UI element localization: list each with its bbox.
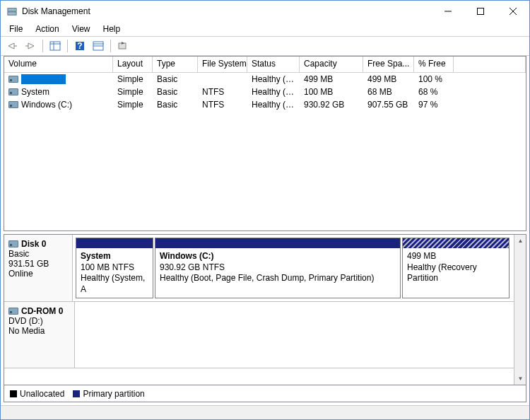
legend-primary-label: Primary partition	[83, 389, 144, 399]
col-status[interactable]: Status	[247, 57, 300, 73]
partition[interactable]: 499 MBHealthy (Recovery Partition	[402, 238, 510, 298]
disk-info[interactable]: Disk 0Basic931.51 GBOnline	[4, 235, 73, 301]
back-button[interactable]	[4, 38, 20, 54]
cell-pct: 97 %	[414, 100, 454, 110]
svg-text:?: ?	[77, 41, 82, 51]
window-controls	[432, 1, 529, 22]
close-button[interactable]	[497, 1, 529, 22]
partition-header	[155, 238, 400, 248]
menubar: File Action View Help	[1, 22, 529, 36]
scroll-down-icon[interactable]: ▼	[514, 373, 526, 385]
col-filesystem[interactable]: File System	[198, 57, 247, 73]
cell-capacity: 930.92 GB	[300, 100, 363, 110]
col-free-space[interactable]: Free Spa...	[363, 57, 414, 73]
titlebar: Disk Management	[1, 1, 529, 22]
volume-name	[21, 74, 66, 84]
cell-pct: 100 %	[414, 74, 454, 84]
volume-list: Volume Layout Type File System Status Ca…	[4, 56, 526, 231]
col-type[interactable]: Type	[153, 57, 198, 73]
toolbar: ?	[1, 36, 529, 56]
svg-rect-5	[478, 8, 484, 15]
partition-body: Windows (C:)930.92 GB NTFSHealthy (Boot,…	[155, 248, 400, 287]
legend-primary: Primary partition	[73, 389, 144, 399]
drive-icon	[8, 88, 18, 95]
cell-free: 499 MB	[363, 74, 414, 84]
partition-body: System100 MB NTFSHealthy (System, A	[76, 248, 153, 298]
table-row[interactable]: Windows (C:)SimpleBasicNTFSHealthy (B...…	[4, 98, 526, 111]
disk-rows: Disk 0Basic931.51 GBOnlineSystem100 MB N…	[4, 235, 514, 385]
partition-body: 499 MBHealthy (Recovery Partition	[403, 248, 509, 287]
settings-button[interactable]	[90, 38, 107, 54]
help-button[interactable]: ?	[71, 38, 88, 54]
show-hide-tree-button[interactable]	[47, 38, 64, 54]
col-percent-free[interactable]: % Free	[414, 57, 454, 73]
cell-layout: Simple	[113, 74, 153, 84]
minimize-button[interactable]	[432, 1, 464, 22]
svg-point-3	[14, 13, 15, 13]
legend-unallocated-label: Unallocated	[20, 389, 64, 399]
menu-file[interactable]: File	[4, 23, 28, 35]
menu-view[interactable]: View	[66, 23, 96, 35]
svg-rect-1	[8, 12, 16, 15]
partition-header	[76, 238, 153, 248]
disk-icon	[8, 240, 18, 247]
scroll-up-icon[interactable]: ▲	[514, 235, 526, 247]
maximize-button[interactable]	[464, 1, 497, 22]
cell-status: Healthy (S...	[247, 87, 300, 97]
graphical-view: Disk 0Basic931.51 GBOnlineSystem100 MB N…	[4, 234, 526, 385]
column-headers: Volume Layout Type File System Status Ca…	[4, 57, 526, 73]
svg-rect-10	[50, 42, 60, 50]
content-area: Volume Layout Type File System Status Ca…	[1, 56, 529, 405]
table-row[interactable]: SimpleBasicHealthy (R...499 MB499 MB100 …	[4, 73, 526, 86]
statusbar	[1, 405, 529, 419]
disk-title: CD-ROM 0	[21, 306, 63, 316]
cell-type: Basic	[153, 87, 198, 97]
svg-rect-0	[8, 8, 16, 11]
drive-icon	[8, 101, 18, 108]
volume-name: Windows (C:)	[21, 100, 72, 110]
partition[interactable]: System100 MB NTFSHealthy (System, A	[76, 238, 153, 298]
col-capacity[interactable]: Capacity	[300, 57, 363, 73]
col-layout[interactable]: Layout	[113, 57, 153, 73]
cell-type: Basic	[153, 100, 198, 110]
cell-capacity: 499 MB	[300, 74, 363, 84]
table-row[interactable]: SystemSimpleBasicNTFSHealthy (S...100 MB…	[4, 86, 526, 98]
cell-layout: Simple	[113, 100, 153, 110]
window-title: Disk Management	[22, 6, 432, 16]
disk-title: Disk 0	[21, 239, 46, 249]
cell-free: 68 MB	[363, 87, 414, 97]
forward-button[interactable]	[22, 38, 39, 54]
cell-capacity: 100 MB	[300, 87, 363, 97]
legend: Unallocated Primary partition	[4, 385, 526, 402]
refresh-button[interactable]	[114, 38, 131, 54]
disk-row: Disk 0Basic931.51 GBOnlineSystem100 MB N…	[4, 235, 514, 302]
drive-icon	[8, 76, 18, 83]
disk-partitions	[75, 302, 514, 368]
cell-status: Healthy (B...	[247, 100, 300, 110]
menu-help[interactable]: Help	[98, 23, 126, 35]
disk-partitions: System100 MB NTFSHealthy (System, AWindo…	[73, 235, 514, 301]
disk-info[interactable]: CD-ROM 0DVD (D:)No Media	[4, 302, 75, 368]
partition[interactable]: Windows (C:)930.92 GB NTFSHealthy (Boot,…	[155, 238, 401, 298]
cell-fs: NTFS	[198, 87, 247, 97]
app-icon	[6, 6, 18, 17]
vertical-scrollbar[interactable]: ▲ ▼	[514, 235, 526, 385]
cell-status: Healthy (R...	[247, 74, 300, 84]
svg-point-2	[14, 9, 15, 10]
cell-free: 907.55 GB	[363, 100, 414, 110]
cell-layout: Simple	[113, 87, 153, 97]
cell-type: Basic	[153, 74, 198, 84]
disk-row: CD-ROM 0DVD (D:)No Media	[4, 302, 514, 368]
menu-action[interactable]: Action	[30, 23, 64, 35]
cell-fs: NTFS	[198, 100, 247, 110]
col-volume[interactable]: Volume	[4, 57, 113, 73]
swatch-unallocated	[10, 390, 17, 397]
legend-unallocated: Unallocated	[10, 389, 64, 399]
swatch-primary	[73, 390, 80, 397]
col-spacer	[454, 57, 526, 73]
disk-icon	[8, 308, 18, 315]
volume-rows: SimpleBasicHealthy (R...499 MB499 MB100 …	[4, 73, 526, 231]
cell-pct: 68 %	[414, 87, 454, 97]
toolbar-separator	[110, 40, 111, 52]
volume-name: System	[21, 87, 49, 97]
